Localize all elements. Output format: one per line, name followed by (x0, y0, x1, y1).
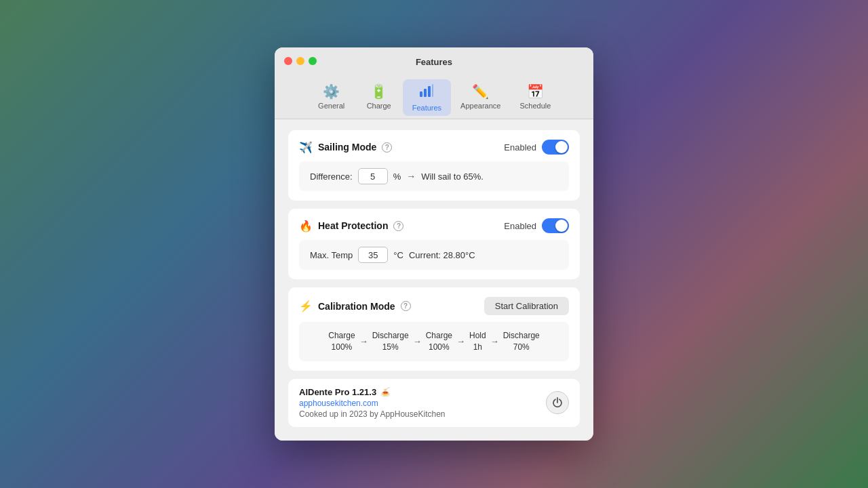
sail-to-text: Will sail to 65%. (421, 171, 484, 182)
heat-protection-title: Heat Protection (318, 220, 388, 231)
traffic-lights (284, 57, 317, 65)
charge-icon: 🔋 (370, 83, 387, 100)
cal-step-1-value: 100% (332, 342, 353, 353)
heat-protection-toggle[interactable] (542, 218, 569, 233)
cal-step-4-value: 1h (473, 342, 482, 353)
content-area: ✈️ Sailing Mode ? Enabled Difference: % … (275, 119, 593, 441)
sailing-icon: ✈️ (299, 141, 313, 154)
sailing-mode-toggle-knob (555, 141, 568, 153)
heat-protection-title-group: 🔥 Heat Protection ? (299, 220, 403, 232)
svg-rect-0 (420, 92, 422, 97)
max-temp-label: Max. Temp (310, 250, 353, 260)
tab-charge[interactable]: 🔋 Charge (355, 79, 403, 116)
close-button[interactable] (284, 57, 292, 65)
cal-step-3-label: Charge (426, 330, 452, 342)
tab-appearance[interactable]: ✏️ Appearance (451, 79, 510, 116)
sailing-mode-sub: Difference: % → Will sail to 65%. (299, 161, 569, 191)
calibration-mode-section: ⚡ Calibration Mode ? Start Calibration C… (288, 287, 580, 371)
current-temp-text: Current: 28.80°C (409, 250, 475, 260)
cal-step-4-label: Hold (469, 330, 486, 342)
schedule-icon: 📅 (527, 83, 544, 100)
calibration-title-group: ⚡ Calibration Mode ? (299, 300, 411, 312)
svg-rect-2 (428, 86, 431, 97)
tab-schedule[interactable]: 📅 Schedule (510, 79, 560, 116)
schedule-label: Schedule (519, 102, 551, 110)
difference-label: Difference: (310, 171, 353, 182)
heat-protection-sub: Max. Temp °C Current: 28.80°C (299, 240, 569, 270)
appearance-icon: ✏️ (472, 83, 489, 100)
features-label: Features (412, 104, 441, 112)
heat-protection-section: 🔥 Heat Protection ? Enabled Max. Temp °C… (288, 209, 580, 279)
titlebar: Features ⚙️ General 🔋 Charge (275, 47, 593, 119)
calibration-flow: Charge 100% → Discharge 15% → Charge 100… (299, 322, 569, 361)
calibration-icon: ⚡ (299, 300, 313, 312)
cal-step-3: Charge 100% (426, 330, 452, 353)
max-temp-input[interactable] (358, 247, 388, 263)
percent-symbol: % (393, 171, 401, 182)
cal-arrow-4: → (490, 336, 499, 348)
sailing-mode-section: ✈️ Sailing Mode ? Enabled Difference: % … (288, 130, 580, 201)
footer-info: AlDente Pro 1.21.3 🍝 apphousekitchen.com… (299, 387, 446, 419)
power-button[interactable] (546, 391, 569, 414)
tab-features[interactable]: Features (403, 79, 451, 116)
minimize-button[interactable] (296, 57, 304, 65)
arrow-icon: → (406, 171, 416, 182)
heat-enabled-label: Enabled (504, 221, 536, 231)
sailing-mode-toggle-group: Enabled (504, 140, 569, 155)
heat-protection-header: 🔥 Heat Protection ? Enabled (299, 218, 569, 233)
sailing-mode-enabled-label: Enabled (504, 142, 536, 152)
sailing-mode-help[interactable]: ? (382, 142, 392, 152)
footer-app-name: AlDente Pro 1.21.3 🍝 (299, 387, 446, 397)
cal-step-1-label: Charge (328, 330, 355, 342)
svg-rect-1 (424, 89, 427, 97)
footer-app-name-text: AlDente Pro 1.21.3 (299, 387, 376, 397)
heat-protection-help[interactable]: ? (393, 221, 403, 231)
heat-protection-toggle-group: Enabled (504, 218, 569, 233)
general-icon: ⚙️ (323, 83, 340, 100)
general-label: General (318, 102, 344, 110)
appearance-label: Appearance (460, 102, 500, 110)
svg-rect-3 (432, 84, 433, 97)
maximize-button[interactable] (309, 57, 317, 65)
celsius-symbol: °C (393, 250, 403, 260)
cal-step-3-value: 100% (429, 342, 450, 353)
window-title: Features (285, 57, 583, 74)
footer-credit: Cooked up in 2023 by AppHouseKitchen (299, 409, 446, 419)
calibration-mode-title: Calibration Mode (318, 301, 395, 312)
footer-link[interactable]: apphousekitchen.com (299, 399, 446, 408)
calibration-mode-header: ⚡ Calibration Mode ? Start Calibration (299, 297, 569, 315)
toolbar: ⚙️ General 🔋 Charge Features (285, 74, 583, 119)
cal-step-2-value: 15% (382, 342, 399, 353)
cal-step-2-label: Discharge (372, 330, 409, 342)
cal-step-4: Hold 1h (469, 330, 486, 353)
footer: AlDente Pro 1.21.3 🍝 apphousekitchen.com… (288, 379, 580, 427)
sailing-mode-toggle[interactable] (542, 140, 569, 155)
cal-step-5: Discharge 70% (503, 330, 540, 353)
cal-step-5-value: 70% (513, 342, 530, 353)
heat-icon: 🔥 (299, 220, 313, 232)
cal-step-2: Discharge 15% (372, 330, 409, 353)
cal-arrow-3: → (456, 336, 465, 348)
tab-general[interactable]: ⚙️ General (308, 79, 355, 116)
sailing-mode-title-group: ✈️ Sailing Mode ? (299, 141, 392, 154)
heat-toggle-knob (555, 220, 568, 232)
main-window: Features ⚙️ General 🔋 Charge (275, 47, 593, 441)
cal-arrow-2: → (413, 336, 422, 348)
sailing-mode-title: Sailing Mode (318, 142, 376, 152)
cal-step-5-label: Discharge (503, 330, 540, 342)
sailing-mode-header: ✈️ Sailing Mode ? Enabled (299, 140, 569, 155)
charge-label: Charge (367, 102, 391, 110)
difference-input[interactable] (358, 168, 388, 184)
footer-emoji: 🍝 (380, 387, 391, 397)
calibration-help[interactable]: ? (401, 301, 411, 311)
features-icon (419, 83, 434, 102)
cal-step-1: Charge 100% (328, 330, 355, 353)
cal-arrow-1: → (359, 336, 368, 348)
start-calibration-button[interactable]: Start Calibration (484, 297, 569, 315)
